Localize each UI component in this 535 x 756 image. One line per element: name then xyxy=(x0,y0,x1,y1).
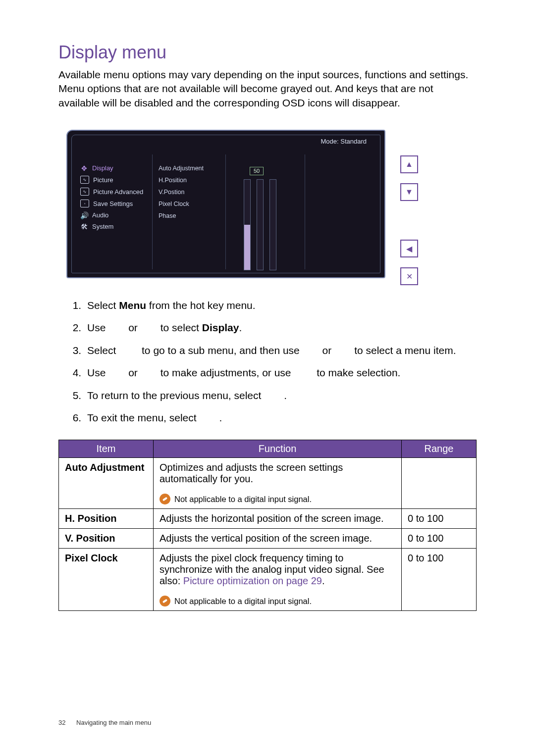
page-footer: 32 Navigating the main menu xyxy=(58,719,151,726)
submenu-item[interactable]: H.Position xyxy=(159,174,219,186)
submenu-item[interactable]: Pixel Clock xyxy=(159,198,219,210)
system-icon: 🛠 xyxy=(80,223,88,230)
osd-screenshot: Mode: Standard ✥ Display ∿ Picture ∿ xyxy=(66,130,418,283)
close-icon: ✕ xyxy=(406,272,413,281)
note: Not applicable to a digital input signal… xyxy=(160,494,395,504)
save-settings-icon: ◦ xyxy=(80,200,89,207)
step-4: Use or to make adjustments, or use to ma… xyxy=(84,365,477,380)
nav-down-button[interactable]: ▼ xyxy=(400,183,418,201)
osd-side-buttons: ▲ ▼ ◀ ✕ xyxy=(400,155,418,285)
table-row: Auto Adjustment Optimizes and adjusts th… xyxy=(59,458,477,509)
note-icon xyxy=(160,596,170,606)
osd-menu-list: ✥ Display ∿ Picture ∿ Picture Advanced xyxy=(75,154,152,240)
step-6: To exit the menu, select . xyxy=(84,410,477,425)
table-row: Pixel Clock Adjusts the pixel clock freq… xyxy=(59,549,477,611)
menu-item-picture[interactable]: ∿ Picture xyxy=(80,174,147,186)
osd-submenu-list: Auto Adjustment H.Position V.Postion Pix… xyxy=(153,154,225,230)
nav-up-button[interactable]: ▲ xyxy=(400,155,418,173)
footer-section: Navigating the main menu xyxy=(76,719,151,726)
menu-item-label: Display xyxy=(92,164,113,172)
reference-table: Item Function Range Auto Adjustment Opti… xyxy=(58,440,477,611)
cell-function: Adjusts the pixel clock frequency timing… xyxy=(154,549,402,611)
cell-range: 0 to 100 xyxy=(402,529,477,549)
submenu-item[interactable]: Phase xyxy=(159,210,219,222)
table-row: H. Position Adjusts the horizontal posit… xyxy=(59,509,477,529)
cell-item: V. Position xyxy=(59,529,154,549)
nav-back-button[interactable]: ◀ xyxy=(400,240,418,257)
table-row: V. Position Adjusts the vertical positio… xyxy=(59,529,477,549)
cell-item: Pixel Clock xyxy=(59,549,154,611)
note-icon xyxy=(160,494,170,504)
page-number: 32 xyxy=(58,719,65,726)
menu-item-display[interactable]: ✥ Display xyxy=(80,162,147,174)
menu-item-label: Audio xyxy=(92,211,108,219)
picture-advanced-icon: ∿ xyxy=(80,188,89,196)
cell-range: 0 to 100 xyxy=(402,509,477,529)
osd-value-bars xyxy=(244,179,276,270)
intro-text: Available menu options may vary dependin… xyxy=(58,68,477,110)
cell-item: Auto Adjustment xyxy=(59,458,154,509)
note-text: Not applicable to a digital input signal… xyxy=(174,597,312,606)
osd-mode-label: Mode: Standard xyxy=(318,138,370,145)
cell-range: 0 to 100 xyxy=(402,549,477,611)
cell-function: Adjusts the vertical position of the scr… xyxy=(154,529,402,549)
step-3: Select to go to a sub menu, and then use… xyxy=(84,343,477,357)
menu-item-label: System xyxy=(92,223,113,230)
osd-value-display: 50 xyxy=(250,167,264,175)
nav-close-button[interactable]: ✕ xyxy=(400,267,418,285)
cross-reference-link[interactable]: Picture optimization on page 29 xyxy=(183,575,322,586)
menu-item-save-settings[interactable]: ◦ Save Settings xyxy=(80,198,147,209)
menu-item-label: Picture xyxy=(93,176,113,184)
col-header-function: Function xyxy=(154,440,402,458)
col-header-item: Item xyxy=(59,440,154,458)
cell-function: Optimizes and adjusts the screen setting… xyxy=(154,458,402,509)
menu-item-label: Picture Advanced xyxy=(93,188,143,196)
down-arrow-icon: ▼ xyxy=(405,188,413,197)
step-2: Use or to select Display. xyxy=(84,320,477,335)
step-5: To return to the previous menu, select . xyxy=(84,388,477,403)
menu-item-picture-advanced[interactable]: ∿ Picture Advanced xyxy=(80,186,147,198)
submenu-item[interactable]: V.Postion xyxy=(159,186,219,198)
left-arrow-icon: ◀ xyxy=(406,244,412,253)
step-1: Select Menu from the hot key menu. xyxy=(84,298,477,312)
note: Not applicable to a digital input signal… xyxy=(160,596,395,606)
menu-item-system[interactable]: 🛠 System xyxy=(80,221,147,232)
picture-icon: ∿ xyxy=(80,176,89,184)
cell-function: Adjusts the horizontal position of the s… xyxy=(154,509,402,529)
audio-icon: 🔊 xyxy=(80,212,88,219)
submenu-item[interactable]: Auto Adjustment xyxy=(159,162,219,174)
up-arrow-icon: ▲ xyxy=(405,160,413,169)
menu-item-audio[interactable]: 🔊 Audio xyxy=(80,209,147,221)
menu-item-label: Save Settings xyxy=(93,200,133,207)
display-icon: ✥ xyxy=(80,165,88,172)
cell-range xyxy=(402,458,477,509)
page-title: Display menu xyxy=(58,42,477,63)
instruction-steps: Select Menu from the hot key menu. Use o… xyxy=(73,298,477,425)
cell-item: H. Position xyxy=(59,509,154,529)
note-text: Not applicable to a digital input signal… xyxy=(174,495,312,504)
col-header-range: Range xyxy=(402,440,477,458)
